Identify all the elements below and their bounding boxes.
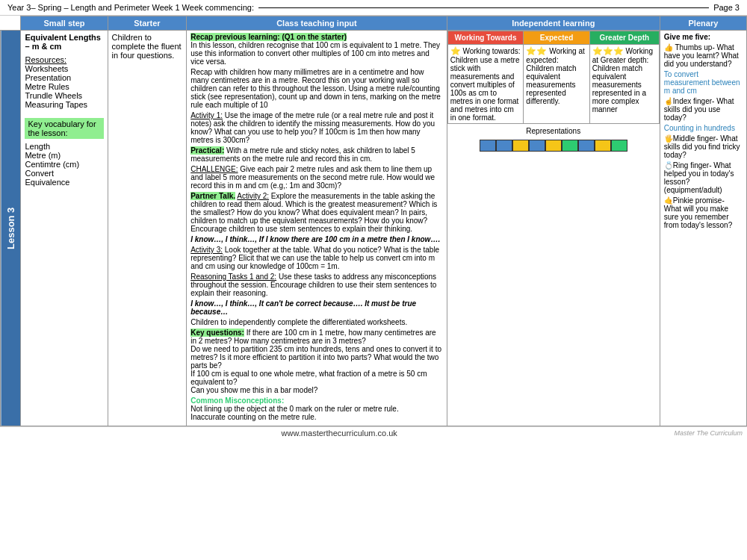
key-q-label: Key questions: (190, 329, 244, 337)
resource-3: Metre Rules (25, 82, 69, 91)
starter-text: Children to complete the fluent in four … (112, 33, 182, 60)
resource-4: Trundle Wheels (25, 91, 82, 100)
ind-sub-table: Working Towards Expected Greater Depth ⭐… (447, 31, 660, 124)
footer-website: www.masterthecurriculum.co.uk (4, 429, 674, 438)
key-vocab-box: Key vocabulary for the lesson: (25, 118, 103, 139)
col-header-starter: Starter (108, 16, 187, 31)
plenary-ring: 💍Ring finger- What helped you in today's… (664, 161, 743, 194)
plenary-index: ☝Index finger- What skills did you use t… (664, 97, 743, 122)
practical-para: Practical: With a metre rule and sticky … (190, 146, 442, 163)
recap-body: In this lesson, children recognise that … (190, 41, 440, 66)
key-q-text: If there are 100 cm in 1 metre, how many… (190, 329, 441, 394)
resource-2: Presentation (25, 73, 71, 82)
header-line (258, 7, 709, 8)
page-number: Page 3 (713, 3, 740, 12)
bar-model (447, 140, 660, 152)
exp-text: Working at expected: Children match equi… (526, 47, 584, 105)
resources-section: Resources: Worksheets Presentation Metre… (25, 55, 103, 109)
bar-cell-7 (578, 140, 595, 152)
wt-text: Working towards: Children use a metre st… (450, 47, 521, 122)
plenary-counting: Counting in hundreds (664, 124, 743, 132)
ind-learning-cell: Working Towards Expected Greater Depth ⭐… (447, 31, 660, 426)
reasoning-label: Reasoning Tasks 1 and 2: (190, 273, 276, 281)
activity3-para: Activity 3: Look together at the table. … (190, 246, 442, 270)
stem-text: I know…, I think…, If I know there are 1… (190, 235, 440, 243)
challenge-para: CHALLENGE: Give each pair 2 metre rules … (190, 165, 442, 190)
activity1-text: Use the image of the metre rule (or a re… (190, 111, 435, 144)
resources-label: Resources: (25, 55, 66, 64)
lesson-label-cell: Lesson 3 (1, 31, 21, 426)
gd-stars: ⭐⭐⭐ (592, 46, 624, 55)
plenary-thumb: 👍 Thumbs up- What have you learnt? What … (664, 43, 743, 68)
challenge-label: CHALLENGE: (190, 165, 238, 173)
misconceptions-text: Not lining up the object at the 0 mark o… (190, 405, 398, 421)
representations-label: Representations (447, 127, 660, 135)
stem2-para: I know…, I think…, It can't be correct b… (190, 299, 442, 316)
misconceptions-para: Common Misconceptions: Not lining up the… (190, 396, 442, 421)
starter-cell: Children to complete the fluent in four … (108, 31, 187, 426)
class-input-cell: Recap previous learning: (Q1 on the star… (187, 31, 447, 426)
bar-cell-6 (562, 140, 578, 152)
vocab-1: Length (25, 142, 50, 151)
stem2-text: I know…, I think…, It can't be correct b… (190, 299, 416, 316)
activity1-para: Activity 1: Use the image of the metre r… (190, 111, 442, 144)
bar-cell-3 (512, 140, 529, 152)
partner-talk-label: Partner Talk. (190, 192, 235, 200)
misconceptions-label: Common Misconceptions: (190, 396, 284, 405)
partner-activity2-para: Partner Talk. Activity 2: Explore the me… (190, 192, 442, 233)
page-header: Year 3– Spring – Length and Perimeter We… (0, 0, 747, 16)
wt-stars: ⭐ (450, 46, 461, 55)
gd-content: ⭐⭐⭐ Working at Greater depth: Children m… (589, 45, 659, 124)
wt-header: Working Towards (447, 31, 524, 45)
vocab-5: Equivalence (25, 178, 69, 187)
activity2-label: Activity 2: (237, 192, 269, 200)
key-questions-para: Key questions: If there are 100 cm in 1 … (190, 329, 442, 394)
wt-content: ⭐ Working towards: Children use a metre … (447, 45, 524, 124)
practical-label: Practical: (190, 146, 224, 155)
vocab-3: Centimtre (cm) (25, 160, 79, 169)
col-header-small-step: Small step (21, 16, 108, 31)
vocab-section: Key vocabulary for the lesson: Length Me… (25, 115, 103, 187)
bar-cell-5 (545, 140, 562, 152)
col-header-ind-learning: Independent learning (447, 16, 660, 31)
footer-logo: Master The Curriculum (674, 429, 743, 437)
exp-stars: ⭐⭐ (526, 46, 547, 55)
plenary-to-convert: To convert measurement between m and cm (664, 70, 743, 95)
plenary-cell: Give me five: 👍 Thumbs up- What have you… (660, 31, 746, 426)
bar-cell-4 (529, 140, 545, 152)
main-table: Small step Starter Class teaching input … (0, 16, 747, 426)
bar-cell-2 (496, 140, 512, 152)
gd-header: Greater Depth (589, 31, 659, 45)
resource-5: Measuring Tapes (25, 100, 87, 109)
footer: www.masterthecurriculum.co.uk Master The… (0, 426, 747, 439)
plenary-pinkie: 🤙Pinkie promise- What will you make sure… (664, 196, 743, 229)
practical-text: With a metre rule and sticky notes, ask … (190, 146, 415, 163)
exp-header: Expected (524, 31, 589, 45)
activity3-text: Look together at the table. What do you … (190, 246, 439, 270)
vocab-4: Convert (25, 169, 54, 178)
col-header-class-input: Class teaching input (187, 16, 447, 31)
activity1-label: Activity 1: (190, 111, 223, 119)
bar-cell-8 (595, 140, 611, 152)
plenary-middle: 🖐Middle finger- What skills did you find… (664, 134, 743, 159)
header-title: Year 3– Spring – Length and Perimeter We… (7, 3, 254, 12)
activity3-label: Activity 3: (190, 246, 223, 254)
exp-content: ⭐⭐ Working at expected: Children match e… (524, 45, 589, 124)
bar-cell-1 (480, 140, 496, 152)
lesson-label-header (1, 16, 21, 31)
recap-para: Recap previous learning: (Q1 on the star… (190, 33, 442, 66)
reasoning-para: Reasoning Tasks 1 and 2: Use these tasks… (190, 273, 442, 297)
recap2-para: Recap with children how many millimetres… (190, 68, 442, 109)
stem-para: I know…, I think…, If I know there are 1… (190, 235, 442, 243)
independent-para: Children to independently complete the d… (190, 318, 442, 326)
small-step-title: Equivalent Lengths – m & cm (25, 33, 103, 51)
bar-cell-9 (611, 140, 627, 152)
gd-text: Working at Greater depth: Children match… (592, 47, 653, 113)
recap-label: Recap previous learning: (Q1 on the star… (190, 33, 347, 41)
col-header-plenary: Plenary (660, 16, 746, 31)
vocab-list: Length Metre (m) Centimtre (cm) Convert … (25, 142, 103, 187)
plenary-title: Give me five: (664, 33, 743, 41)
vocab-2: Metre (m) (25, 151, 61, 160)
resource-1: Worksheets (25, 64, 68, 73)
small-step-cell: Equivalent Lengths – m & cm Resources: W… (21, 31, 108, 426)
